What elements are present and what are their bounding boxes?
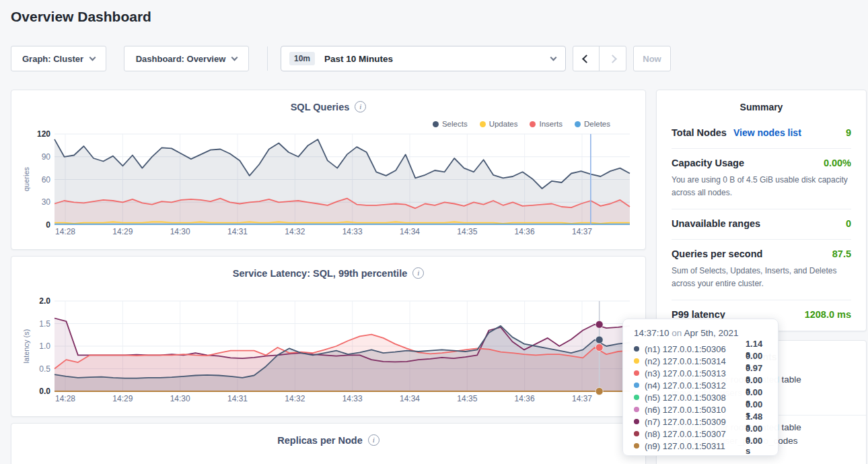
time-range-dropdown[interactable]: 10m Past 10 Minutes — [281, 46, 566, 71]
time-range-label: Past 10 Minutes — [324, 54, 393, 64]
service-latency-chart-card: Service Latency: SQL, 99th percentile i … — [11, 256, 646, 417]
tooltip-node-address: (n4) 127.0.0.1:50312 — [645, 380, 746, 391]
view-nodes-list-link[interactable]: View nodes list — [733, 127, 801, 138]
legend-item-inserts[interactable]: Inserts — [530, 120, 563, 128]
chart-title: Replicas per Node — [277, 435, 363, 446]
y-axis-title: latency (s) — [22, 329, 30, 364]
x-tick-label: 14:34 — [394, 394, 426, 403]
summary-value: 1208.0 ms — [805, 309, 851, 320]
x-tick-label: 14:33 — [336, 227, 369, 236]
time-next-button[interactable] — [600, 46, 626, 71]
time-prev-button[interactable] — [573, 46, 600, 71]
summary-row: Unavailable ranges0 — [672, 209, 851, 240]
x-axis-labels: 14:2814:2914:3014:3114:3214:3314:3414:35… — [55, 394, 630, 405]
x-tick-label: 14:31 — [221, 394, 254, 403]
chevron-left-icon — [582, 55, 591, 63]
chart-hover-tooltip: 14:37:10 on Apr 5th, 2021 (n1) 127.0.0.1… — [622, 319, 779, 456]
y-tick-label: 2.0 — [39, 296, 50, 306]
y-tick-label: 90 — [42, 152, 50, 162]
now-button-label: Now — [643, 54, 661, 64]
tooltip-date: Apr 5th, 2021 — [684, 328, 738, 338]
node-color-dot — [634, 407, 639, 412]
legend-label: Selects — [442, 120, 468, 128]
tooltip-node-address: (n1) 127.0.0.1:50306 — [645, 344, 746, 354]
dashboard-dropdown[interactable]: Dashboard: Overview — [124, 46, 249, 71]
chart-title: SQL Queries — [291, 102, 350, 112]
y-axis-title: queries — [22, 167, 30, 191]
chart-legend: SelectsUpdatesInsertsDeletes — [433, 120, 610, 128]
tooltip-connector: on — [672, 328, 684, 338]
legend-dot — [530, 121, 536, 127]
node-color-dot — [634, 370, 639, 376]
tooltip-node-address: (n5) 127.0.0.1:50308 — [645, 393, 746, 403]
node-color-dot — [634, 419, 639, 424]
tooltip-row: (n9) 127.0.0.1:503110.00 s — [634, 440, 770, 452]
tooltip-node-address: (n8) 127.0.0.1:50307 — [645, 429, 746, 439]
info-icon[interactable]: i — [355, 101, 366, 112]
x-tick-label: 14:37 — [566, 394, 598, 403]
x-tick-label: 14:35 — [451, 227, 483, 236]
legend-label: Inserts — [539, 120, 563, 128]
x-tick-label: 14:33 — [336, 394, 369, 403]
y-tick-label: 0.5 — [39, 364, 50, 374]
summary-label: Queries per second — [672, 248, 762, 259]
x-tick-label: 14:34 — [394, 227, 426, 236]
divider — [267, 46, 268, 71]
x-tick-label: 14:32 — [279, 227, 311, 236]
tooltip-node-address: (n7) 127.0.0.1:50309 — [645, 417, 746, 427]
legend-label: Deletes — [584, 120, 610, 128]
chart-title: Service Latency: SQL, 99th percentile — [233, 268, 408, 279]
service-latency-plot[interactable] — [55, 301, 630, 391]
dashboard-dropdown-label: Dashboard: Overview — [136, 54, 226, 64]
summary-value: 9 — [846, 127, 851, 138]
x-tick-label: 14:37 — [566, 227, 598, 236]
node-color-dot — [634, 431, 639, 436]
legend-item-selects[interactable]: Selects — [433, 120, 468, 128]
info-icon[interactable]: i — [412, 267, 424, 279]
summary-row: Total NodesView nodes list9 — [672, 119, 851, 149]
tooltip-time: 14:37:10 — [634, 328, 670, 338]
chevron-right-icon — [608, 55, 617, 63]
node-color-dot — [634, 383, 639, 388]
x-tick-label: 14:35 — [451, 394, 483, 403]
x-tick-label: 14:29 — [106, 227, 139, 236]
chevron-down-icon — [550, 54, 557, 61]
y-tick-label: 120 — [37, 129, 50, 139]
y-tick-label: 1.5 — [39, 319, 50, 329]
x-tick-label: 14:30 — [164, 227, 196, 236]
tooltip-node-address: (n2) 127.0.0.1:50314 — [645, 356, 746, 366]
x-tick-label: 14:32 — [279, 394, 311, 403]
legend-item-updates[interactable]: Updates — [480, 120, 518, 128]
tooltip-node-address: (n3) 127.0.0.1:50313 — [645, 368, 746, 378]
tooltip-node-address: (n9) 127.0.0.1:50311 — [645, 441, 746, 451]
tooltip-node-value: 0.00 s — [746, 436, 770, 456]
summary-description: You are using 0 B of 4.5 GiB usable disk… — [672, 174, 851, 199]
y-tick-label: 60 — [42, 175, 50, 185]
x-tick-label: 14:31 — [221, 227, 254, 236]
legend-dot — [480, 121, 486, 127]
summary-panel: Summary Total NodesView nodes list9Capac… — [656, 90, 867, 331]
summary-label: Total Nodes — [672, 127, 727, 138]
page-title: Overview Dashboard — [11, 9, 151, 25]
x-axis-labels: 14:2814:2914:3014:3114:3214:3314:3414:35… — [55, 227, 630, 238]
tooltip-node-address: (n6) 127.0.0.1:50310 — [645, 405, 746, 415]
x-tick-label: 14:30 — [164, 394, 196, 403]
info-icon[interactable]: i — [368, 434, 379, 446]
legend-dot — [433, 121, 439, 127]
sql-queries-plot[interactable] — [55, 134, 630, 225]
graph-dropdown[interactable]: Graph: Cluster — [11, 46, 106, 71]
now-button[interactable]: Now — [633, 46, 671, 71]
replicas-per-node-chart-card: Replicas per Node i — [11, 423, 646, 464]
node-color-dot — [634, 395, 639, 400]
y-tick-label: 30 — [42, 197, 50, 207]
time-nav-group — [573, 46, 626, 71]
time-range-badge: 10m — [289, 52, 315, 65]
chevron-down-icon — [231, 54, 238, 61]
summary-value: 0 — [846, 218, 851, 229]
legend-item-deletes[interactable]: Deletes — [575, 120, 610, 128]
node-color-dot — [634, 346, 639, 352]
node-color-dot — [634, 358, 639, 364]
summary-description: Sum of Selects, Updates, Inserts, and De… — [672, 265, 851, 290]
sql-queries-chart-card: SQL Queries i SelectsUpdatesInsertsDelet… — [11, 90, 646, 250]
legend-label: Updates — [489, 120, 518, 128]
